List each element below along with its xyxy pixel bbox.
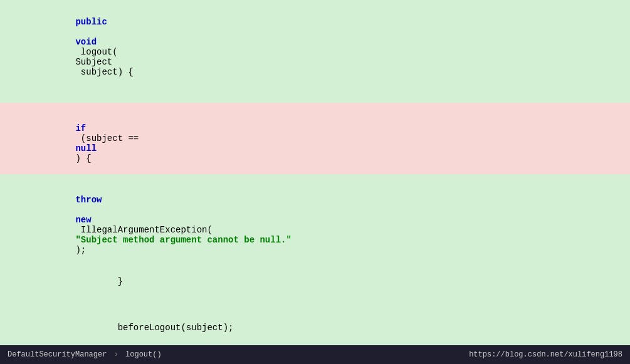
breadcrumb-class: DefaultSecurityManager xyxy=(8,350,107,359)
statusbar-url: https://blog.csdn.net/xulifeng1198 xyxy=(469,350,622,359)
code-line-7: beforeLogout(subject); xyxy=(0,312,630,343)
code-line-3: if (subject == null ) { xyxy=(0,103,630,174)
keyword-null: null xyxy=(75,143,97,153)
keyword-throw: throw xyxy=(75,195,102,205)
line-content-1: public void logout( Subject subject) { xyxy=(19,7,134,87)
line-content-5: } xyxy=(19,266,123,296)
keyword-new: new xyxy=(75,215,91,225)
line-content-7: beforeLogout(subject); xyxy=(19,313,233,343)
line-content-3: if (subject == null ) { xyxy=(19,103,144,174)
keyword-public: public xyxy=(75,17,107,27)
code-line-4: throw new IllegalArgumentException( "Sub… xyxy=(0,174,630,266)
code-line-5: } xyxy=(0,266,630,297)
line-content-4: throw new IllegalArgumentException( "Sub… xyxy=(19,175,291,265)
statusbar: DefaultSecurityManager › logout() https:… xyxy=(0,345,630,364)
code-line-6 xyxy=(0,297,630,312)
keyword-if: if xyxy=(75,123,86,133)
string-literal: "Subject method argument cannot be null.… xyxy=(75,235,291,245)
breadcrumb-separator: › xyxy=(114,350,123,359)
breadcrumb: DefaultSecurityManager › logout() xyxy=(8,350,162,359)
code-editor: public void logout( Subject subject) { i… xyxy=(0,0,630,345)
code-line-1: public void logout( Subject subject) { xyxy=(0,6,630,88)
keyword-void: void xyxy=(75,37,97,47)
code-line-2 xyxy=(0,88,630,103)
breadcrumb-method: logout() xyxy=(125,350,162,359)
